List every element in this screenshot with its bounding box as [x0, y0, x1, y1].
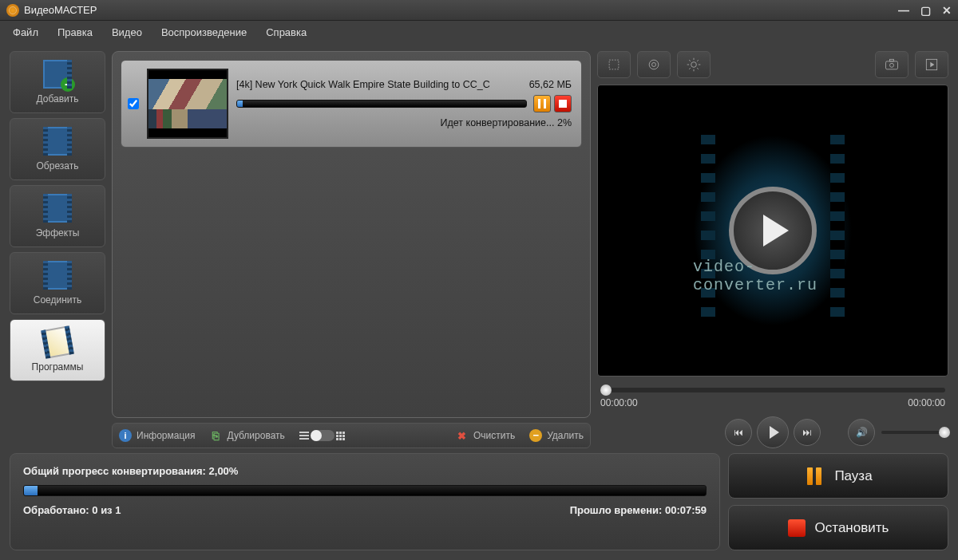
svg-line-9 — [697, 68, 699, 69]
info-icon: i — [119, 429, 132, 442]
processed-label: Обработано: 0 из 1 — [23, 504, 121, 516]
volume-slider[interactable] — [881, 431, 945, 434]
sidebar-join-button[interactable]: Соединить — [10, 252, 105, 314]
toggle-switch[interactable] — [311, 430, 335, 441]
fullscreen-button[interactable] — [915, 51, 948, 78]
delete-button[interactable]: − Удалить — [529, 429, 584, 442]
svg-line-10 — [689, 68, 691, 69]
elapsed-label: Прошло времени: 00:07:59 — [570, 504, 707, 516]
sidebar-label: Программы — [32, 361, 84, 373]
minimize-button[interactable]: — — [898, 4, 909, 17]
menu-help[interactable]: Справка — [258, 23, 315, 41]
sidebar: Добавить Обрезать Эффекты Соединить Прог… — [10, 51, 105, 448]
sidebar-label: Обрезать — [37, 160, 79, 172]
seek-handle[interactable] — [600, 385, 612, 396]
clear-button[interactable]: ✖ Очистить — [456, 429, 515, 442]
item-pause-button[interactable] — [533, 95, 551, 112]
queue-panel: [4k] New York Quick Walk Empire State Bu… — [112, 51, 591, 448]
svg-line-11 — [697, 60, 699, 61]
next-button[interactable]: ⏭ — [794, 419, 821, 446]
delete-label: Удалить — [547, 430, 584, 441]
pause-icon — [804, 466, 825, 487]
clear-label: Очистить — [473, 430, 515, 441]
camera-icon — [884, 57, 900, 73]
svg-point-3 — [691, 62, 697, 68]
sidebar-label: Добавить — [36, 93, 78, 105]
menubar: Файл Правка Видео Воспроизведение Справк… — [0, 21, 958, 43]
list-view-icon — [299, 432, 309, 440]
svg-point-2 — [652, 63, 656, 67]
queue-toolbar: i Информация ⎘ Дублировать ✖ Очистить — [112, 423, 591, 448]
clear-icon: ✖ — [456, 429, 469, 442]
play-button[interactable] — [757, 416, 789, 448]
queue-list: [4k] New York Quick Walk Empire State Bu… — [112, 51, 591, 418]
svg-rect-12 — [886, 61, 898, 69]
sidebar-add-button[interactable]: Добавить — [10, 51, 105, 113]
app-title: ВидеоМАСТЕР — [24, 4, 898, 16]
info-button[interactable]: i Информация — [119, 429, 195, 442]
item-status: Идет конвертирование... 2% — [236, 117, 572, 128]
queue-item[interactable]: [4k] New York Quick Walk Empire State Bu… — [121, 60, 582, 148]
overall-progress-panel: Общий прогресс конвертирования: 2,00% Об… — [10, 453, 720, 550]
volume-button[interactable]: 🔊 — [848, 419, 875, 446]
item-progress-bar — [236, 100, 527, 108]
sidebar-cut-button[interactable]: Обрезать — [10, 118, 105, 180]
video-preview[interactable]: video-converter.ru — [597, 85, 948, 377]
video-title: [4k] New York Quick Walk Empire State Bu… — [236, 79, 490, 90]
seek-bar[interactable] — [600, 388, 945, 392]
menu-edit[interactable]: Правка — [49, 23, 101, 41]
snapshot-button[interactable] — [875, 51, 909, 78]
close-button[interactable]: ✕ — [942, 4, 952, 17]
target-icon — [646, 57, 662, 73]
player-panel: video-converter.ru 00:00:00 00:00:00 ⏮ ⏭… — [597, 51, 948, 448]
menu-playback[interactable]: Воспроизведение — [153, 23, 255, 41]
film-add-icon — [43, 60, 72, 89]
video-size: 65,62 МБ — [529, 79, 572, 90]
brightness-button[interactable] — [677, 51, 711, 78]
pause-button[interactable]: Пауза — [728, 453, 948, 499]
titlebar: ВидеоМАСТЕР — ▢ ✕ — [0, 0, 958, 21]
duplicate-label: Дублировать — [227, 430, 284, 441]
film-cut-icon — [43, 127, 72, 156]
sidebar-label: Соединить — [34, 294, 82, 306]
crop-icon — [606, 57, 622, 73]
sidebar-effects-button[interactable]: Эффекты — [10, 185, 105, 247]
duplicate-icon: ⎘ — [209, 429, 222, 442]
item-stop-button[interactable] — [554, 95, 572, 112]
stop-icon — [788, 519, 806, 537]
sun-icon — [686, 57, 702, 73]
menu-video[interactable]: Видео — [104, 23, 150, 41]
maximize-button[interactable]: ▢ — [920, 4, 931, 17]
pause-label: Пауза — [834, 468, 872, 484]
view-toggle[interactable] — [299, 430, 345, 441]
svg-rect-14 — [890, 59, 894, 61]
programs-icon — [41, 325, 74, 359]
menu-file[interactable]: Файл — [5, 23, 46, 41]
stop-label: Остановить — [815, 520, 889, 536]
time-current: 00:00:00 — [600, 397, 638, 408]
grid-view-icon — [336, 432, 345, 440]
video-thumbnail — [147, 69, 228, 139]
overall-progress-title: Общий прогресс конвертирования: 2,00% — [23, 465, 707, 477]
duplicate-button[interactable]: ⎘ Дублировать — [209, 429, 284, 442]
overall-progress-bar — [23, 485, 707, 496]
fullscreen-icon — [924, 57, 940, 73]
queue-item-checkbox[interactable] — [128, 98, 139, 109]
time-total: 00:00:00 — [908, 397, 945, 408]
sidebar-label: Эффекты — [36, 227, 80, 239]
film-join-icon — [43, 261, 72, 290]
brand-text: video-converter.ru — [693, 258, 853, 294]
prev-button[interactable]: ⏮ — [725, 419, 752, 446]
svg-marker-16 — [930, 62, 934, 68]
svg-point-1 — [649, 60, 659, 69]
sidebar-programs-button[interactable]: Программы — [10, 319, 105, 381]
svg-rect-0 — [609, 60, 619, 69]
info-label: Информация — [137, 430, 195, 441]
delete-icon: − — [529, 429, 542, 442]
svg-point-13 — [890, 63, 894, 67]
enhance-button[interactable] — [637, 51, 671, 78]
crop-button[interactable] — [597, 51, 631, 78]
stop-button[interactable]: Остановить — [728, 505, 948, 550]
app-icon — [6, 4, 19, 17]
svg-line-8 — [689, 60, 691, 61]
